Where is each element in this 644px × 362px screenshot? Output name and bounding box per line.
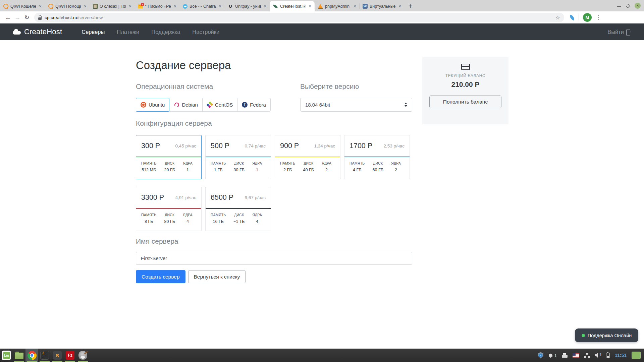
plan-price: 900 Р — [280, 142, 299, 150]
profile-avatar[interactable]: M — [583, 13, 592, 22]
os-option-fedora[interactable]: Fedora — [237, 98, 271, 112]
plan-price: 300 Р — [141, 142, 160, 150]
plan-grid: 300 Р 0,45 р/час ПАМЯТЬ512 МБ ДИСК20 ГБ … — [136, 135, 410, 231]
tab-close-icon[interactable] — [262, 4, 268, 9]
address-bar[interactable]: cp.createhost.ru /servers/new — [34, 13, 564, 22]
browser-toolbar: cp.createhost.ru /servers/new M — [0, 11, 644, 23]
plan-card-6500[interactable]: 6500 Р 9,67 р/час ПАМЯТЬ16 ГБ ДИСК~1 ТБ … — [205, 187, 271, 231]
show-desktop-button[interactable] — [632, 352, 641, 359]
nav-item-payments[interactable]: Платежи — [117, 29, 139, 35]
brand-logo[interactable]: CreateHost — [24, 27, 62, 36]
extension-feather-icon[interactable] — [569, 14, 575, 20]
cores-label: ЯДРА — [183, 213, 193, 217]
plan-specs: ПАМЯТЬ2 ГБ ДИСК40 ГБ ЯДРА2 — [275, 157, 340, 172]
tab-close-icon[interactable] — [172, 4, 178, 9]
os-option-debian[interactable]: Debian — [169, 98, 203, 112]
tab-close-icon[interactable] — [217, 4, 223, 9]
folder-icon — [15, 353, 23, 359]
clock[interactable]: 11:51 — [615, 353, 627, 358]
tab-close-icon[interactable] — [307, 4, 313, 9]
file-manager-button[interactable] — [13, 349, 25, 362]
plan-card-1700[interactable]: 1700 Р 2,53 р/час ПАМЯТЬ4 ГБ ДИСК60 ГБ Я… — [344, 135, 410, 179]
qiwi-icon — [3, 4, 8, 9]
server-name-input[interactable] — [136, 252, 412, 265]
browser-tab-book[interactable]: О слезах | Том 1. Аске — [90, 1, 135, 11]
battery-icon[interactable] — [606, 353, 610, 358]
browser-tab-qiwi-wallet[interactable]: QIWI Кошелек — [0, 1, 45, 11]
cores-label: ЯДРА — [252, 213, 262, 217]
plan-rate: 0,45 р/час — [175, 143, 196, 148]
browser-tab-chatra[interactable]: Все ⋯ Chatra — [180, 1, 225, 11]
online-status-dot — [582, 334, 585, 337]
memory-value: 2 ГБ — [280, 168, 295, 172]
logout-button[interactable]: Выйти — [607, 29, 631, 35]
disk-label: ДИСК — [233, 213, 245, 217]
network-icon[interactable] — [584, 353, 590, 358]
plan-specs: ПАМЯТЬ4 ГБ ДИСК60 ГБ ЯДРА2 — [344, 157, 410, 172]
restore-button[interactable] — [625, 3, 631, 8]
tab-title: О слезах | Том 1. Аске — [100, 4, 126, 9]
nav-item-settings[interactable]: Настройки — [192, 29, 219, 35]
os-button-group: Ubuntu Debian CentOS Fedora — [136, 98, 271, 112]
memory-value: 16 ГБ — [211, 219, 226, 224]
tab-close-icon[interactable] — [127, 4, 133, 9]
browser-tab-unitpay[interactable]: Unitpay - универсальн — [225, 1, 270, 11]
nav-item-servers[interactable]: Серверы — [82, 29, 105, 35]
back-to-list-button[interactable]: Вернуться к списку — [188, 270, 246, 283]
browser-tab-mail[interactable]: * Письмо «Регистрац — [135, 1, 180, 11]
bell-icon — [548, 353, 553, 358]
terminal-button[interactable] — [38, 349, 51, 362]
disk-value: ~1 ТБ — [233, 219, 245, 224]
browser-tab-vk[interactable]: Виртуальные сервер — [360, 1, 405, 11]
browser-tab-qiwi-help[interactable]: QIWI Помощь — [45, 1, 90, 11]
balance-amount: 210.00 Р — [451, 80, 479, 88]
mint-menu-button[interactable]: Lm — [0, 349, 13, 362]
sublime-button[interactable] — [51, 349, 64, 362]
tab-close-icon[interactable] — [397, 4, 402, 9]
close-button[interactable] — [635, 3, 641, 9]
cores-label: ЯДРА — [391, 161, 401, 165]
update-manager-icon[interactable] — [538, 352, 543, 359]
plan-specs: ПАМЯТЬ512 МБ ДИСК20 ГБ ЯДРА1 — [136, 157, 201, 172]
plan-head: 1700 Р 2,53 р/час — [344, 135, 410, 157]
memory-label: ПАМЯТЬ — [211, 213, 226, 217]
plan-card-500[interactable]: 500 Р 0,74 р/час ПАМЯТЬ1 ГБ ДИСК30 ГБ ЯД… — [205, 135, 271, 179]
toolbar-divider — [579, 14, 579, 20]
version-select[interactable]: 18.04 64bit — [300, 98, 412, 112]
support-chat-widget[interactable]: Поддержка Онлайн — [575, 328, 638, 342]
chrome-button[interactable] — [25, 349, 38, 362]
printer-icon[interactable] — [562, 353, 568, 358]
gimp-button[interactable] — [76, 349, 89, 362]
back-button[interactable] — [3, 13, 13, 22]
plan-card-300[interactable]: 300 Р 0,45 р/час ПАМЯТЬ512 МБ ДИСК20 ГБ … — [136, 135, 202, 179]
filezilla-button[interactable] — [64, 349, 76, 362]
reload-button[interactable] — [22, 13, 32, 22]
server-name-label: Имя сервера — [136, 237, 178, 245]
plan-card-900[interactable]: 900 Р 1,34 р/час ПАМЯТЬ2 ГБ ДИСК40 ГБ ЯД… — [275, 135, 340, 179]
topup-balance-button[interactable]: Пополнить баланс — [429, 96, 501, 108]
notifications-tray[interactable]: 1 — [548, 353, 557, 358]
bookmark-star-icon[interactable] — [555, 14, 560, 21]
disk-value: 80 ГБ — [164, 219, 175, 224]
tab-title: Unitpay - универсальн — [235, 4, 261, 9]
memory-label: ПАМЯТЬ — [141, 213, 156, 217]
tab-close-icon[interactable] — [83, 4, 88, 9]
create-server-button[interactable]: Создать сервер — [136, 270, 185, 283]
os-option-centos[interactable]: CentOS — [202, 98, 237, 112]
us-flag-keyboard-icon[interactable] — [573, 353, 579, 358]
new-tab-button[interactable] — [406, 1, 415, 11]
browser-menu-icon[interactable] — [596, 14, 601, 21]
tab-close-icon[interactable] — [352, 4, 358, 9]
qiwi-icon — [48, 4, 53, 9]
os-option-ubuntu[interactable]: Ubuntu — [136, 98, 169, 112]
minimize-button[interactable] — [617, 6, 621, 7]
plan-card-3300[interactable]: 3300 Р 4,91 р/час ПАМЯТЬ8 ГБ ДИСК80 ГБ Я… — [136, 187, 202, 231]
browser-tab-createhost-active[interactable]: CreateHost.Ru | Панел — [270, 1, 315, 11]
tab-close-icon[interactable] — [38, 4, 43, 9]
browser-tab-phpmyadmin[interactable]: phpMyAdmin — [315, 1, 360, 11]
chrome-icon — [28, 351, 37, 360]
volume-icon[interactable] — [595, 353, 601, 358]
forward-button[interactable] — [13, 13, 22, 22]
nav-item-support[interactable]: Поддержка — [151, 29, 180, 35]
lock-icon[interactable] — [38, 15, 42, 20]
